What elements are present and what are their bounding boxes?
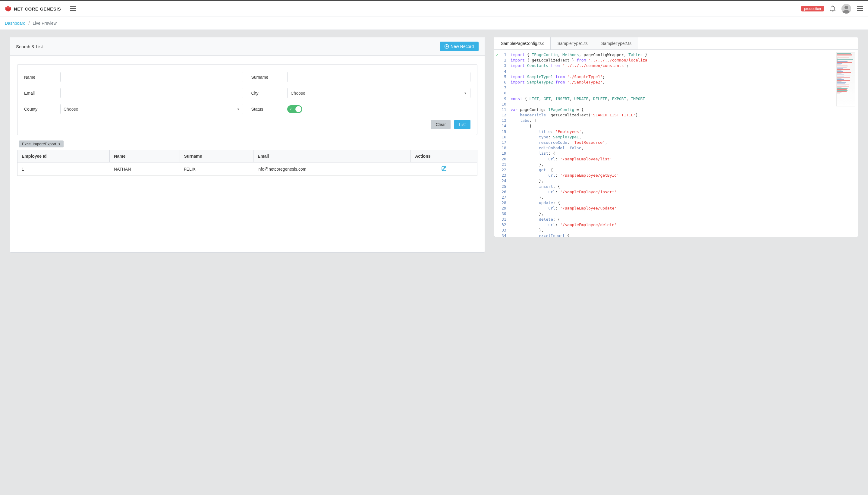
code-line: 24 }, (494, 178, 858, 184)
code-text (510, 90, 858, 96)
svg-rect-3 (70, 8, 76, 9)
breadcrumb-root[interactable]: Dashboard (5, 21, 25, 25)
avatar-icon (841, 4, 851, 14)
excel-import-export-button[interactable]: Excel Import/Export ▼ (19, 140, 64, 148)
col-email[interactable]: Email (253, 150, 411, 163)
code-text (510, 85, 858, 90)
line-number: 2 (494, 57, 510, 63)
line-number: 34 (494, 233, 510, 237)
line-number: 5 (494, 74, 510, 80)
code-line: 31 delete: { (494, 217, 858, 222)
code-line: 15 title: 'Employees', (494, 129, 858, 134)
svg-rect-10 (857, 10, 863, 11)
code-line: 14 { (494, 123, 858, 129)
clear-label: Clear (436, 122, 446, 127)
code-text: import SampleType2 from './SampleType2'; (510, 80, 858, 85)
code-line: 17 resourceCode: 'TestResource', (494, 140, 858, 145)
code-line: 11var pageConfig: IPageConfig = { (494, 107, 858, 113)
panel-title: Search & List (16, 44, 43, 49)
code-line: 19 list: { (494, 151, 858, 156)
code-text: }, (510, 227, 858, 233)
results-table: Employee Id Name Surname Email Actions 1… (17, 150, 478, 176)
list-button[interactable]: List (454, 120, 470, 129)
line-number: 27 (494, 195, 510, 200)
hamburger-icon (70, 6, 76, 11)
clear-button[interactable]: Clear (431, 120, 451, 129)
new-record-button[interactable]: New Record (440, 41, 479, 51)
line-number: 13 (494, 118, 510, 123)
line-number: 9 (494, 96, 510, 102)
svg-rect-8 (857, 6, 863, 7)
code-minimap[interactable] (836, 52, 855, 106)
county-select[interactable]: Choose (60, 104, 243, 114)
code-text: resourceCode: 'TestResource', (510, 140, 858, 145)
code-text: var pageConfig: IPageConfig = { (510, 107, 858, 113)
code-tabs: SamplePageConfig.tsxSampleType1.tsSample… (494, 37, 858, 50)
code-text: import { IPageConfig, Methods, pageConfi… (510, 52, 858, 57)
col-name[interactable]: Name (110, 150, 180, 163)
code-line: 13 tabs: [ (494, 118, 858, 123)
edit-button[interactable] (441, 167, 446, 172)
env-badge: production (801, 6, 824, 12)
status-toggle[interactable]: ✓ (287, 105, 302, 113)
code-line: 23 url: '/sampleEmployee/getById' (494, 173, 858, 178)
email-input[interactable] (60, 88, 243, 98)
notifications-button[interactable] (830, 5, 835, 12)
line-number: 22 (494, 167, 510, 173)
list-label: List (459, 122, 466, 127)
line-number: 20 (494, 156, 510, 162)
code-line: 12 headerTitle: getLocalizedText('SEARCH… (494, 113, 858, 118)
status-label: Status (251, 107, 287, 112)
menu-toggle-left[interactable] (70, 6, 76, 12)
code-text: title: 'Employees', (510, 129, 858, 134)
code-line: 8 (494, 90, 858, 96)
code-tab[interactable]: SamplePageConfig.tsx (494, 37, 551, 49)
code-text (510, 69, 858, 74)
brand-logo[interactable]: NET CORE GENESIS (5, 5, 61, 12)
breadcrumb: Dashboard / Live Preview (0, 17, 868, 30)
code-text: url: '/sampleEmployee/list' (510, 156, 858, 162)
cell-surname: FELIX (180, 163, 253, 176)
code-text: insert: { (510, 184, 858, 189)
check-icon: ✓ (496, 52, 499, 57)
code-tab[interactable]: SampleType2.ts (595, 37, 638, 49)
code-line: 9const { LIST, GET, INSERT, UPDATE, DELE… (494, 96, 858, 102)
user-avatar[interactable] (841, 4, 851, 14)
table-empty-area (17, 176, 478, 245)
line-number: 29 (494, 206, 510, 211)
col-employee-id[interactable]: Employee Id (17, 150, 110, 163)
code-text: }, (510, 162, 858, 167)
topbar: NET CORE GENESIS production (0, 0, 868, 17)
code-text: headerTitle: getLocalizedText('SEARCH_LI… (510, 113, 858, 118)
table-row[interactable]: 1NATHANFELIXinfo@netcoregenesis.com (17, 163, 478, 176)
line-number: 17 (494, 140, 510, 145)
code-tab[interactable]: SampleType1.ts (551, 37, 594, 49)
search-list-panel: Search & List New Record Name Surname (10, 37, 485, 253)
code-text: excelImport:{ (510, 233, 858, 237)
code-line: 5import SampleType1 from './SampleType1'… (494, 74, 858, 80)
cell-id: 1 (17, 163, 110, 176)
name-input[interactable] (60, 72, 243, 82)
code-line: 3import Constants from '../../../common/… (494, 63, 858, 68)
code-text: import Constants from '../../../common/c… (510, 63, 858, 68)
code-text: import SampleType1 from './SampleType1'; (510, 74, 858, 80)
hamburger-icon (857, 6, 863, 11)
line-number: ✓1 (494, 52, 510, 57)
code-text: url: '/sampleEmployee/update' (510, 206, 858, 211)
line-number: 23 (494, 173, 510, 178)
surname-input[interactable] (287, 72, 470, 82)
code-line: 28 update: { (494, 200, 858, 206)
main-content: Search & List New Record Name Surname (0, 30, 868, 495)
menu-toggle-right[interactable] (857, 6, 863, 12)
line-number: 15 (494, 129, 510, 134)
code-editor[interactable]: ✓1import { IPageConfig, Methods, pageCon… (494, 50, 858, 237)
code-text: { (510, 123, 858, 129)
breadcrumb-current: Live Preview (33, 21, 56, 25)
line-number: 24 (494, 178, 510, 184)
line-number: 10 (494, 102, 510, 107)
col-surname[interactable]: Surname (180, 150, 253, 163)
code-text: list: { (510, 151, 858, 156)
city-select[interactable]: Choose (287, 88, 470, 98)
code-text: url: '/sampleEmployee/delete' (510, 222, 858, 227)
svg-rect-4 (70, 10, 76, 11)
